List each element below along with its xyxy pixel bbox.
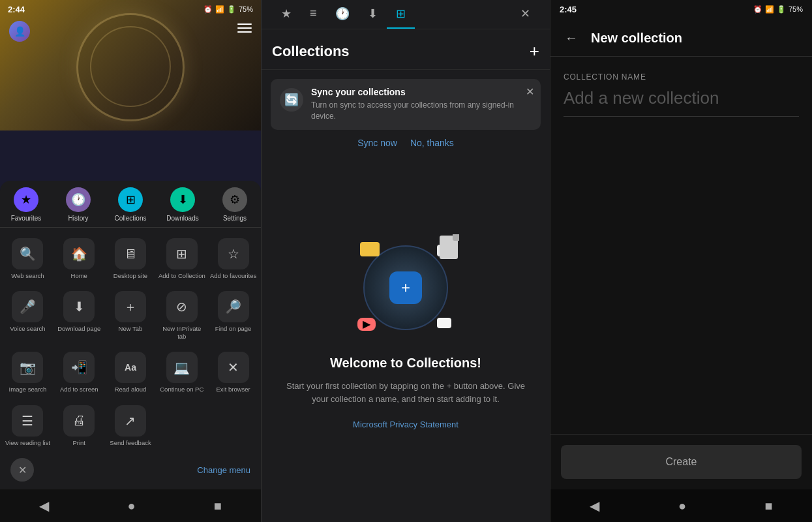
illustration-doc — [440, 236, 458, 259]
voice-search-item[interactable]: 🎤 Voice search — [3, 286, 53, 345]
privacy-link[interactable]: Microsoft Privacy Statement — [353, 420, 459, 429]
square-nav-button[interactable]: ■ — [214, 499, 222, 514]
nc-status-bar: 2:45 ⏰ 📶 🔋 75% — [550, 0, 812, 18]
find-on-page-item[interactable]: 🔎 Find on page — [208, 286, 258, 345]
web-search-item[interactable]: 🔍 Web search — [3, 233, 53, 284]
illustration-element-3: ▶ — [357, 318, 376, 331]
add-favourites-label: Add to favourites — [210, 272, 256, 279]
bottom-menu: ★ Favourites 🕐 History ⊞ Collections ⬇ D… — [0, 181, 261, 489]
nav-history[interactable]: 🕐 History — [52, 187, 104, 222]
sync-now-button[interactable]: Sync now — [357, 138, 397, 148]
tab-collections[interactable]: ⊞ — [387, 0, 415, 29]
send-feedback-label: Send feedback — [110, 439, 151, 446]
tab-close[interactable]: ✕ — [511, 0, 539, 29]
hamburger-button[interactable] — [237, 21, 252, 35]
sync-banner: 🔄 Sync your collections Turn on sync to … — [271, 79, 541, 130]
new-inprivate-item[interactable]: ⊘ New InPrivate tab — [157, 286, 207, 345]
find-on-page-label: Find on page — [215, 325, 251, 332]
send-feedback-icon: ↗ — [115, 405, 146, 437]
add-collection-icon: ⊞ — [166, 238, 198, 269]
add-to-collection-item[interactable]: ⊞ Add to Collection — [157, 233, 207, 284]
battery-percent: 75% — [239, 5, 253, 13]
nav-collections[interactable]: ⊞ Collections — [104, 187, 157, 222]
nc-alarm-icon: ⏰ — [753, 5, 762, 14]
nc-status-icons: ⏰ 📶 🔋 75% — [753, 5, 803, 14]
new-tab-item[interactable]: ＋ New Tab — [106, 286, 156, 345]
nc-title: New collection — [591, 31, 682, 46]
download-page-item[interactable]: ⬇ Download page — [54, 286, 104, 345]
read-aloud-item[interactable]: Aa Read aloud — [106, 346, 156, 398]
image-search-item[interactable]: 📷 Image search — [3, 346, 53, 398]
exit-browser-item[interactable]: ✕ Exit browser — [208, 346, 258, 398]
illustration-element-4 — [437, 318, 451, 328]
nc-square-nav-button[interactable]: ■ — [765, 499, 773, 514]
nav-favourites[interactable]: ★ Favourites — [0, 187, 52, 222]
continue-on-pc-label: Continue on PC — [160, 386, 203, 393]
settings-icon: ⚙ — [222, 187, 247, 212]
desktop-site-item[interactable]: 🖥 Desktop site — [106, 233, 156, 284]
voice-search-icon: 🎤 — [12, 291, 43, 322]
nc-home-nav-button[interactable]: ● — [678, 499, 686, 514]
voice-search-label: Voice search — [10, 325, 45, 332]
downloads-icon: ⬇ — [170, 187, 195, 212]
sync-desc: Turn on sync to access your collections … — [311, 100, 532, 122]
tab-downloads[interactable]: ⬇ — [359, 0, 387, 29]
tab-favourites[interactable]: ★ — [272, 0, 301, 29]
favourites-icon: ★ — [14, 187, 38, 212]
home-icon: 🏠 — [63, 238, 95, 269]
collections-welcome: + ▶ Welcome to Collections! Start your f… — [262, 156, 550, 522]
no-thanks-button[interactable]: No, thanks — [410, 138, 454, 148]
change-menu-link[interactable]: Change menu — [197, 465, 250, 475]
create-button[interactable]: Create — [561, 445, 802, 479]
close-menu-button[interactable]: ✕ — [10, 458, 34, 482]
nc-back-nav-button[interactable]: ◀ — [590, 498, 599, 514]
welcome-title: Welcome to Collections! — [330, 356, 481, 371]
nav-downloads[interactable]: ⬇ Downloads — [157, 187, 209, 222]
illustration-element-1 — [360, 242, 380, 256]
back-nav-button[interactable]: ◀ — [39, 498, 49, 514]
add-collection-button[interactable]: + — [530, 41, 539, 61]
alarm-icon: ⏰ — [203, 5, 213, 14]
home-item[interactable]: 🏠 Home — [54, 233, 104, 284]
sync-close-button[interactable]: ✕ — [526, 85, 534, 98]
status-time: 2:44 — [8, 5, 25, 14]
continue-on-pc-item[interactable]: 💻 Continue on PC — [157, 346, 207, 398]
read-aloud-label: Read aloud — [115, 386, 147, 393]
battery-icon: 🔋 — [227, 5, 236, 14]
browser-background: 2:44 ⏰ 📶 🔋 75% 👤 — [0, 0, 261, 130]
nc-wifi-icon: 📶 — [765, 5, 774, 14]
tab-reading[interactable]: ≡ — [301, 0, 326, 29]
exit-browser-label: Exit browser — [216, 386, 250, 393]
home-nav-button[interactable]: ● — [127, 499, 135, 514]
web-search-icon: 🔍 — [12, 238, 43, 269]
menu-nav-bar: ★ Favourites 🕐 History ⊞ Collections ⬇ D… — [0, 181, 261, 228]
nc-battery-icon: 🔋 — [777, 5, 786, 14]
empty-grid-1 — [157, 400, 207, 452]
new-tab-icon: ＋ — [115, 291, 146, 322]
collections-icon: ⊞ — [118, 187, 143, 212]
print-item[interactable]: 🖨 Print — [54, 400, 104, 452]
status-icons: ⏰ 📶 🔋 75% — [203, 5, 253, 14]
add-to-screen-item[interactable]: 📲 Add to screen — [54, 346, 104, 398]
tab-history[interactable]: 🕐 — [326, 0, 359, 29]
avatar[interactable]: 👤 — [9, 21, 30, 42]
add-to-screen-icon: 📲 — [63, 352, 95, 383]
settings-label: Settings — [223, 215, 247, 222]
send-feedback-item[interactable]: ↗ Send feedback — [106, 400, 156, 452]
exit-browser-icon: ✕ — [218, 352, 249, 383]
download-page-icon: ⬇ — [63, 291, 95, 322]
nav-settings[interactable]: ⚙ Settings — [209, 187, 261, 222]
add-favourites-icon: ☆ — [218, 238, 249, 269]
add-to-favourites-item[interactable]: ☆ Add to favourites — [208, 233, 258, 284]
view-reading-list-item[interactable]: ☰ View reading list — [3, 400, 53, 452]
sync-icon: 🔄 — [280, 88, 303, 112]
illustration-center-icon: + — [389, 271, 422, 304]
nc-field-input[interactable]: Add a new collection — [564, 88, 799, 108]
nc-back-button[interactable]: ← — [561, 27, 582, 48]
nc-body: Collection name Add a new collection — [550, 57, 812, 434]
nc-header: ← New collection — [550, 18, 812, 57]
collections-illustration: + ▶ — [347, 236, 464, 340]
new-collection-panel: 2:45 ⏰ 📶 🔋 75% ← New collection Collecti… — [550, 0, 812, 522]
downloads-label: Downloads — [166, 215, 198, 222]
collections-toolbar: ★ ≡ 🕐 ⬇ ⊞ ✕ — [262, 0, 550, 29]
